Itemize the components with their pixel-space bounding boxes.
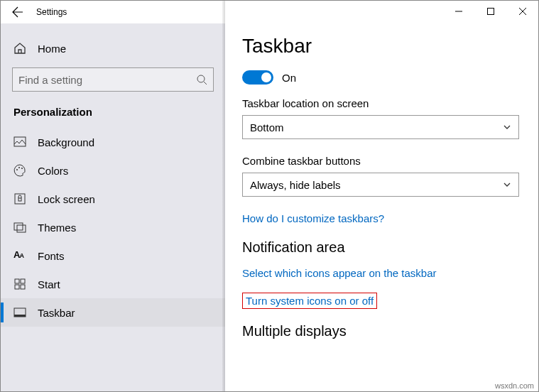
location-select[interactable]: Bottom — [242, 115, 519, 139]
watermark: wsxdn.com — [495, 381, 534, 390]
svg-point-3 — [16, 169, 18, 170]
svg-rect-9 — [17, 225, 26, 232]
svg-rect-8 — [14, 223, 23, 230]
back-arrow-icon — [12, 6, 23, 18]
nav-label: Background — [38, 136, 94, 148]
system-icons-link[interactable]: Turn system icons on or off — [242, 293, 377, 309]
nav-label: Start — [38, 278, 60, 290]
sidebar: Home Personalization Background Colors L… — [1, 23, 225, 391]
multiple-displays-heading: Multiple displays — [242, 323, 538, 339]
combine-select[interactable]: Always, hide labels — [242, 173, 519, 197]
svg-rect-13 — [21, 285, 25, 289]
home-label: Home — [38, 43, 66, 55]
search-input[interactable] — [18, 74, 196, 86]
maximize-icon — [487, 8, 494, 15]
svg-rect-0 — [487, 9, 494, 15]
category-heading: Personalization — [1, 102, 225, 128]
select-icons-link[interactable]: Select which icons appear on the taskbar — [242, 267, 437, 279]
svg-rect-11 — [21, 279, 25, 283]
home-icon — [13, 42, 26, 55]
nav-label: Taskbar — [38, 307, 75, 319]
svg-point-1 — [197, 75, 205, 82]
taskbar-icon — [13, 306, 26, 319]
nav-lockscreen[interactable]: Lock screen — [1, 185, 225, 213]
window-title: Settings — [36, 7, 67, 17]
svg-point-5 — [21, 168, 23, 169]
combine-label: Combine taskbar buttons — [242, 155, 538, 167]
nav-start[interactable]: Start — [1, 270, 225, 298]
location-label: Taskbar location on screen — [242, 97, 538, 109]
window-controls — [442, 1, 538, 22]
chevron-down-icon — [503, 180, 511, 189]
nav-background[interactable]: Background — [1, 128, 225, 156]
nav-fonts[interactable]: AA Fonts — [1, 241, 225, 270]
minimize-button[interactable] — [442, 1, 474, 22]
svg-rect-7 — [18, 198, 21, 201]
nav-colors[interactable]: Colors — [1, 156, 225, 185]
main-panel: Taskbar On Taskbar location on screen Bo… — [225, 23, 538, 391]
palette-icon — [13, 164, 26, 177]
taskbar-toggle[interactable] — [242, 70, 273, 85]
minimize-icon — [455, 8, 462, 15]
search-icon — [196, 74, 207, 85]
svg-point-4 — [18, 167, 20, 168]
svg-rect-12 — [15, 285, 19, 289]
back-button[interactable] — [9, 4, 26, 21]
notification-area-heading: Notification area — [242, 239, 538, 256]
combine-value: Always, hide labels — [250, 179, 341, 191]
home-link[interactable]: Home — [1, 36, 225, 60]
close-icon — [519, 8, 526, 15]
picture-icon — [13, 136, 26, 148]
svg-rect-15 — [14, 315, 26, 317]
toggle-state-label: On — [282, 72, 296, 84]
titlebar: Settings — [1, 1, 538, 23]
start-icon — [13, 278, 26, 290]
close-button[interactable] — [506, 1, 538, 22]
location-value: Bottom — [250, 121, 284, 134]
nav-list: Background Colors Lock screen Themes AA … — [1, 128, 225, 327]
nav-taskbar[interactable]: Taskbar — [1, 298, 225, 327]
help-link[interactable]: How do I customize taskbars? — [242, 212, 384, 224]
fonts-icon: AA — [13, 249, 26, 262]
page-heading: Taskbar — [242, 35, 538, 58]
svg-rect-10 — [15, 279, 19, 283]
nav-label: Colors — [38, 165, 68, 177]
nav-label: Themes — [38, 222, 76, 234]
nav-label: Lock screen — [38, 193, 95, 205]
nav-label: Fonts — [38, 250, 65, 262]
search-box[interactable] — [12, 67, 214, 92]
lockscreen-icon — [13, 192, 26, 205]
nav-themes[interactable]: Themes — [1, 213, 225, 241]
chevron-down-icon — [503, 123, 511, 131]
themes-icon — [13, 221, 26, 234]
maximize-button[interactable] — [474, 1, 506, 22]
